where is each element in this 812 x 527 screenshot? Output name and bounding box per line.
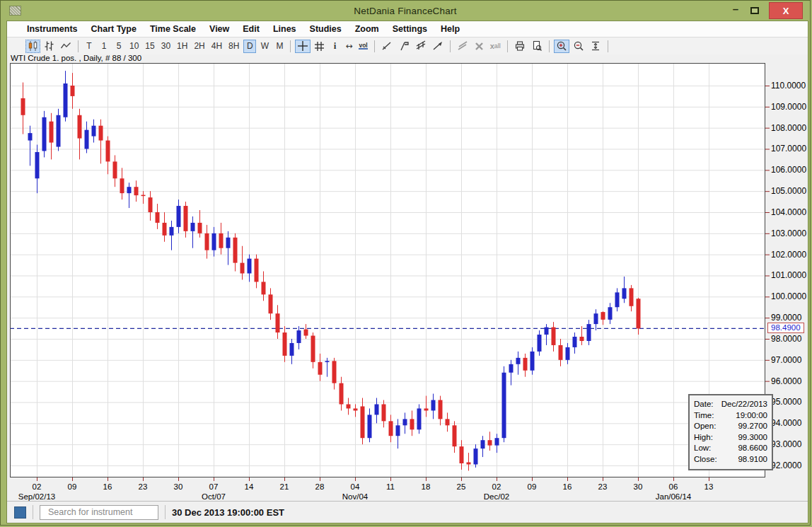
line-chart-icon[interactable]	[58, 40, 74, 53]
arrow-tool-icon[interactable]	[430, 40, 446, 53]
crosshair-icon[interactable]	[295, 40, 311, 53]
candle-down	[141, 195, 146, 197]
candle-up	[92, 126, 96, 137]
channel-tool-icon[interactable]	[455, 40, 470, 53]
timescale-10[interactable]: 10	[127, 40, 141, 53]
candle-down	[198, 223, 202, 233]
tooltip-open-label: Open:	[694, 421, 716, 432]
search-input[interactable]	[47, 506, 163, 518]
print-icon[interactable]	[512, 40, 528, 53]
timescale-1h[interactable]: 1H	[175, 40, 190, 53]
menu-view[interactable]: View	[209, 24, 229, 34]
candle-up	[170, 227, 174, 236]
candle-down	[361, 406, 365, 438]
candle-up	[431, 400, 436, 411]
candle-up	[587, 324, 591, 341]
candle-down	[311, 336, 315, 362]
candle-down	[424, 408, 429, 410]
menu-settings[interactable]: Settings	[393, 24, 427, 34]
tooltip-close-label: Close:	[694, 454, 717, 465]
timescale-4h[interactable]: 4H	[209, 40, 224, 53]
timescale-d[interactable]: D	[243, 40, 256, 53]
delete-all-lines-icon[interactable]: xall	[488, 40, 503, 53]
menu-help[interactable]: Help	[441, 24, 460, 34]
tooltip-high-value: 99.3000	[738, 432, 767, 444]
ohlc-bars-icon[interactable]	[42, 40, 57, 53]
svg-text:30: 30	[174, 482, 183, 491]
candle-up	[325, 361, 330, 362]
menu-zoom[interactable]: Zoom	[355, 24, 379, 34]
x-axis: 0209162330071421280411182502091623300613…	[18, 477, 714, 501]
timescale-30[interactable]: 30	[159, 40, 173, 53]
svg-text:30: 30	[634, 482, 643, 491]
info-icon[interactable]: i	[328, 40, 341, 53]
candle-up	[248, 259, 252, 274]
candle-down	[156, 212, 160, 223]
zoom-in-icon[interactable]	[554, 40, 569, 53]
candle-down	[120, 178, 124, 193]
candle-down	[219, 233, 224, 248]
candlestick-chart-icon[interactable]	[25, 40, 40, 53]
menu-edit[interactable]: Edit	[243, 24, 260, 34]
candle-up	[375, 404, 379, 415]
svg-text:02: 02	[33, 482, 42, 491]
timescale-t[interactable]: T	[83, 40, 95, 53]
candle-down	[99, 126, 103, 141]
candle-down	[304, 330, 308, 336]
svg-text:92.0000: 92.0000	[771, 461, 802, 470]
candle-down	[276, 313, 280, 332]
candle-up	[85, 130, 89, 149]
timescale-w[interactable]: W	[258, 40, 271, 53]
close-button[interactable]: X	[769, 2, 803, 19]
parallel-trendlines-icon[interactable]	[413, 40, 429, 53]
menu-studies[interactable]: Studies	[310, 24, 342, 34]
instrument-search-box[interactable]	[40, 505, 158, 520]
minimize-button[interactable]: –	[731, 5, 741, 16]
candle-up	[530, 352, 535, 371]
candle-up	[516, 358, 521, 364]
menu-chart-type[interactable]: Chart Type	[91, 24, 137, 34]
grid-icon[interactable]	[312, 40, 327, 53]
timescale-1[interactable]: 1	[98, 40, 110, 53]
flagline-tool-icon[interactable]	[396, 40, 412, 53]
candle-down	[439, 400, 443, 419]
plot-area[interactable]	[10, 63, 765, 477]
volume-icon[interactable]: vol	[356, 40, 369, 53]
candle-up	[403, 419, 407, 425]
print-preview-icon[interactable]	[529, 40, 545, 53]
zoom-out-icon[interactable]	[571, 40, 586, 53]
candle-up	[57, 115, 61, 147]
timescale-m[interactable]: M	[273, 40, 286, 53]
candle-down	[460, 446, 464, 463]
candle-up	[509, 364, 514, 373]
candle-down	[269, 294, 273, 313]
candle-down	[184, 206, 188, 231]
candle-down	[134, 187, 139, 195]
delete-line-icon[interactable]	[472, 40, 487, 53]
svg-text:96.0000: 96.0000	[771, 376, 802, 386]
candle-down	[354, 408, 358, 410]
trendline-tool-icon[interactable]	[379, 40, 395, 53]
status-bar: 30 Dec 2013 19:00:00 EST	[7, 501, 808, 523]
maximize-button[interactable]	[750, 7, 759, 14]
tooltip-high-label: High:	[694, 432, 713, 444]
candle-down	[580, 337, 584, 341]
candle-down	[106, 141, 110, 162]
tooltip-time-value: 19:00:00	[736, 410, 767, 422]
timescale-5[interactable]: 5	[112, 40, 125, 53]
timescale-15[interactable]: 15	[143, 40, 156, 53]
scroll-horizontal-icon[interactable]: ↔	[342, 40, 355, 53]
menu-instruments[interactable]: Instruments	[27, 24, 78, 34]
instruments-panel-icon[interactable]	[14, 506, 26, 519]
candle-up	[622, 288, 627, 299]
timescale-2h[interactable]: 2H	[192, 40, 207, 53]
menu-lines[interactable]: Lines	[273, 24, 296, 34]
candle-up	[396, 425, 400, 436]
candle-up	[566, 347, 570, 360]
candle-down	[283, 332, 287, 356]
title-bar: NetDania FinanceChart – X	[1, 1, 810, 21]
menu-time-scale[interactable]: Time Scale	[150, 24, 196, 34]
fit-vertical-scale-icon[interactable]	[588, 40, 603, 53]
timescale-8h[interactable]: 8H	[226, 40, 241, 53]
candle-down	[347, 404, 351, 408]
